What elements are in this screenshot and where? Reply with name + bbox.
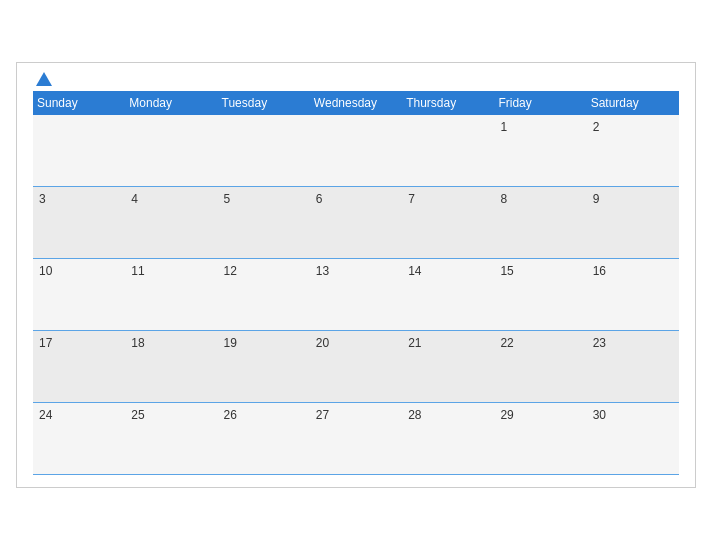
day-cell-13: 13 — [310, 259, 402, 331]
day-number: 1 — [500, 120, 507, 134]
day-number: 8 — [500, 192, 507, 206]
day-cell-20: 20 — [310, 331, 402, 403]
calendar-body: 1234567891011121314151617181920212223242… — [33, 115, 679, 475]
week-row-5: 24252627282930 — [33, 403, 679, 475]
day-number: 26 — [224, 408, 237, 422]
day-number: 3 — [39, 192, 46, 206]
day-number: 4 — [131, 192, 138, 206]
day-cell-26: 26 — [218, 403, 310, 475]
weekday-header-friday: Friday — [494, 91, 586, 115]
calendar-grid: SundayMondayTuesdayWednesdayThursdayFrid… — [33, 91, 679, 476]
day-cell-18: 18 — [125, 331, 217, 403]
week-row-1: 12 — [33, 115, 679, 187]
day-number: 28 — [408, 408, 421, 422]
weekday-header-sunday: Sunday — [33, 91, 125, 115]
day-cell-25: 25 — [125, 403, 217, 475]
day-cell-21: 21 — [402, 331, 494, 403]
day-cell-10: 10 — [33, 259, 125, 331]
day-cell-4: 4 — [125, 187, 217, 259]
empty-cell — [402, 115, 494, 187]
day-number: 5 — [224, 192, 231, 206]
logo-icon — [35, 70, 53, 88]
weekday-header-saturday: Saturday — [587, 91, 679, 115]
day-cell-2: 2 — [587, 115, 679, 187]
day-cell-22: 22 — [494, 331, 586, 403]
day-number: 10 — [39, 264, 52, 278]
logo — [33, 70, 55, 88]
weekday-header-tuesday: Tuesday — [218, 91, 310, 115]
day-cell-1: 1 — [494, 115, 586, 187]
day-cell-9: 9 — [587, 187, 679, 259]
day-number: 17 — [39, 336, 52, 350]
day-number: 14 — [408, 264, 421, 278]
day-number: 22 — [500, 336, 513, 350]
day-cell-29: 29 — [494, 403, 586, 475]
day-cell-6: 6 — [310, 187, 402, 259]
day-cell-8: 8 — [494, 187, 586, 259]
day-number: 9 — [593, 192, 600, 206]
weekday-header-wednesday: Wednesday — [310, 91, 402, 115]
svg-marker-0 — [36, 72, 52, 86]
day-cell-7: 7 — [402, 187, 494, 259]
day-number: 15 — [500, 264, 513, 278]
day-number: 11 — [131, 264, 144, 278]
week-row-3: 10111213141516 — [33, 259, 679, 331]
day-number: 19 — [224, 336, 237, 350]
empty-cell — [33, 115, 125, 187]
day-cell-14: 14 — [402, 259, 494, 331]
day-cell-23: 23 — [587, 331, 679, 403]
day-number: 29 — [500, 408, 513, 422]
day-number: 27 — [316, 408, 329, 422]
empty-cell — [310, 115, 402, 187]
day-cell-17: 17 — [33, 331, 125, 403]
weekday-header-row: SundayMondayTuesdayWednesdayThursdayFrid… — [33, 91, 679, 115]
weekday-header-monday: Monday — [125, 91, 217, 115]
day-number: 2 — [593, 120, 600, 134]
week-row-4: 17181920212223 — [33, 331, 679, 403]
day-number: 16 — [593, 264, 606, 278]
week-row-2: 3456789 — [33, 187, 679, 259]
day-number: 21 — [408, 336, 421, 350]
day-number: 13 — [316, 264, 329, 278]
day-cell-5: 5 — [218, 187, 310, 259]
day-cell-16: 16 — [587, 259, 679, 331]
empty-cell — [218, 115, 310, 187]
day-cell-11: 11 — [125, 259, 217, 331]
empty-cell — [125, 115, 217, 187]
day-cell-24: 24 — [33, 403, 125, 475]
day-number: 18 — [131, 336, 144, 350]
day-number: 12 — [224, 264, 237, 278]
day-cell-27: 27 — [310, 403, 402, 475]
day-number: 23 — [593, 336, 606, 350]
day-cell-3: 3 — [33, 187, 125, 259]
day-number: 30 — [593, 408, 606, 422]
day-number: 24 — [39, 408, 52, 422]
day-cell-28: 28 — [402, 403, 494, 475]
day-number: 25 — [131, 408, 144, 422]
day-number: 20 — [316, 336, 329, 350]
day-cell-15: 15 — [494, 259, 586, 331]
day-number: 6 — [316, 192, 323, 206]
day-cell-19: 19 — [218, 331, 310, 403]
day-cell-12: 12 — [218, 259, 310, 331]
day-number: 7 — [408, 192, 415, 206]
calendar-container: SundayMondayTuesdayWednesdayThursdayFrid… — [16, 62, 696, 489]
weekday-header-thursday: Thursday — [402, 91, 494, 115]
day-cell-30: 30 — [587, 403, 679, 475]
